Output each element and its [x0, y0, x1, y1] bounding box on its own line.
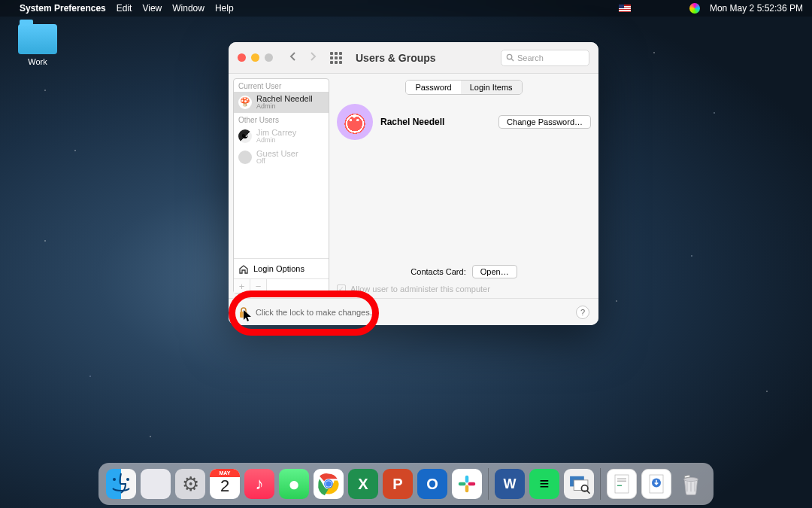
dock-finder[interactable] — [106, 469, 136, 499]
traffic-lights — [238, 53, 273, 62]
dock-separator — [600, 468, 601, 500]
cursor-icon — [243, 309, 253, 323]
dock-music[interactable] — [244, 469, 274, 499]
show-all-button[interactable] — [330, 52, 342, 64]
dock-calendar[interactable]: MAY 2 — [210, 469, 240, 499]
change-password-button[interactable]: Change Password… — [498, 115, 591, 129]
user-role: Off — [256, 158, 298, 166]
dock-outlook[interactable] — [417, 469, 447, 499]
svg-point-13 — [126, 478, 129, 481]
contacts-card-label: Contacts Card: — [411, 267, 465, 276]
remove-user-button[interactable]: − — [250, 279, 267, 293]
folder-icon — [18, 24, 57, 54]
avatar-icon: 🍄 — [238, 96, 252, 109]
dock-slack[interactable] — [452, 469, 482, 499]
users-sidebar: Current User 🍄 Rachel Needell Admin Othe… — [233, 78, 329, 294]
svg-rect-27 — [617, 481, 626, 482]
open-contacts-button[interactable]: Open… — [472, 265, 517, 278]
menu-window[interactable]: Window — [172, 3, 205, 14]
calendar-day: 2 — [210, 476, 240, 496]
sidebar-user-guest[interactable]: Guest User Off — [234, 147, 329, 168]
sidebar-user-jim[interactable]: ☯ Jim Carrey Admin — [234, 126, 329, 147]
main-panel: Password Login Items Rachel Needell Chan… — [329, 74, 598, 298]
help-button[interactable]: ? — [576, 306, 589, 319]
svg-rect-18 — [465, 476, 469, 483]
dock-trash[interactable] — [676, 469, 706, 499]
window-footer: Click the lock to make changes. ? — [229, 298, 598, 325]
dock-system-preferences[interactable] — [175, 469, 205, 499]
dock: MAY 2 — [98, 463, 714, 505]
minimize-button[interactable] — [251, 53, 259, 62]
user-avatar[interactable] — [337, 104, 373, 140]
input-source-icon[interactable] — [619, 5, 631, 12]
admin-checkbox-label: Allow user to administer this computer — [350, 284, 490, 294]
menu-help[interactable]: Help — [215, 3, 234, 14]
zoom-button[interactable] — [265, 53, 273, 62]
dock-powerpoint[interactable] — [383, 469, 413, 499]
siri-icon[interactable] — [689, 3, 700, 14]
login-options-label: Login Options — [253, 264, 304, 273]
user-role: Admin — [256, 103, 313, 111]
sidebar-user-current[interactable]: 🍄 Rachel Needell Admin — [234, 92, 329, 113]
dock-word[interactable] — [495, 469, 525, 499]
svg-rect-25 — [615, 475, 629, 493]
svg-rect-20 — [465, 485, 469, 493]
sidebar-section-other: Other Users — [234, 113, 329, 126]
clock-text[interactable]: Mon May 2 5:52:36 PM — [710, 3, 803, 14]
login-options-button[interactable]: Login Options — [234, 258, 329, 278]
close-button[interactable] — [238, 53, 246, 62]
desktop-folder-work[interactable]: Work — [14, 24, 62, 66]
back-button[interactable] — [288, 51, 298, 65]
svg-rect-26 — [617, 485, 622, 487]
lock-text: Click the lock to make changes. — [256, 308, 372, 317]
dock-launchpad[interactable] — [141, 469, 171, 499]
dock-downloads[interactable] — [641, 469, 671, 499]
svg-rect-21 — [468, 482, 476, 486]
svg-rect-19 — [459, 482, 466, 486]
tabs: Password Login Items — [405, 80, 522, 95]
menu-edit[interactable]: Edit — [117, 3, 132, 14]
user-role: Admin — [256, 137, 296, 144]
search-input[interactable]: Search — [501, 50, 589, 66]
tab-login-items[interactable]: Login Items — [461, 81, 522, 94]
window-titlebar: Users & Groups Search — [229, 42, 598, 74]
dock-excel[interactable] — [348, 469, 378, 499]
dock-document[interactable] — [607, 469, 637, 499]
dock-messages[interactable] — [279, 469, 309, 499]
dock-separator — [488, 468, 489, 500]
menu-view[interactable]: View — [142, 3, 162, 14]
dock-preview[interactable] — [564, 469, 594, 499]
tab-password[interactable]: Password — [406, 81, 460, 94]
system-preferences-window: Users & Groups Search Current User 🍄 Rac… — [229, 42, 598, 325]
search-placeholder: Search — [517, 53, 544, 62]
svg-point-10 — [507, 54, 511, 59]
dock-chrome[interactable] — [314, 469, 344, 499]
admin-checkbox: ✓ — [337, 284, 346, 294]
dock-spotify[interactable] — [529, 469, 559, 499]
forward-button[interactable] — [308, 51, 318, 65]
avatar-icon: ☯ — [238, 129, 252, 143]
svg-point-17 — [326, 481, 332, 487]
sidebar-section-current: Current User — [234, 79, 329, 92]
user-display-name: Rachel Needell — [380, 117, 444, 127]
avatar-icon — [238, 151, 252, 164]
add-user-button[interactable]: + — [234, 279, 250, 293]
app-menu[interactable]: System Preferences — [20, 3, 106, 14]
svg-point-12 — [113, 478, 116, 481]
window-title: Users & Groups — [356, 52, 436, 64]
folder-label: Work — [14, 57, 62, 66]
menu-bar: System Preferences Edit View Window Help… — [0, 0, 812, 17]
svg-rect-28 — [617, 479, 626, 480]
